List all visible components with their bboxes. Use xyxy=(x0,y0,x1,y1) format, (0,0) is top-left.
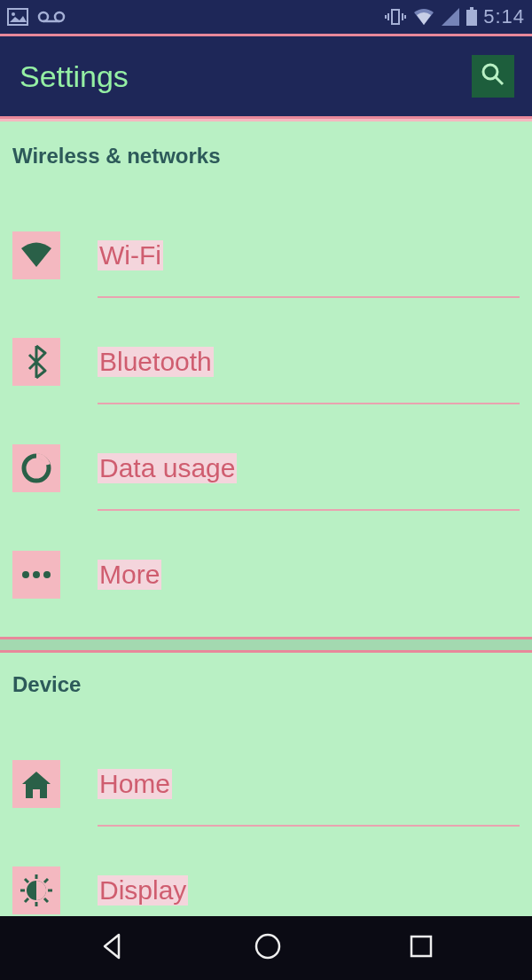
navigation-bar xyxy=(0,916,532,980)
wifi-icon xyxy=(12,231,60,279)
settings-item-label: Home xyxy=(98,769,172,799)
bluetooth-icon xyxy=(12,338,60,386)
status-left xyxy=(7,8,66,26)
svg-point-27 xyxy=(256,935,279,958)
settings-item-label: Wi-Fi xyxy=(98,240,163,270)
section-header-wireless: Wireless & networks xyxy=(0,119,532,184)
app-bar: Settings xyxy=(0,36,532,116)
svg-point-17 xyxy=(43,571,51,578)
svg-rect-10 xyxy=(470,7,473,10)
square-icon xyxy=(408,933,434,963)
settings-item-label: Data usage xyxy=(98,453,237,483)
search-button[interactable] xyxy=(472,55,514,98)
settings-list: Wireless & networks Wi-Fi Bluetooth Data… xyxy=(0,119,532,944)
divider xyxy=(98,509,520,511)
back-button[interactable] xyxy=(98,931,128,965)
divider xyxy=(98,403,520,404)
home-icon xyxy=(12,760,60,808)
svg-point-16 xyxy=(33,571,40,578)
recent-button[interactable] xyxy=(408,933,434,963)
svg-rect-5 xyxy=(392,10,399,24)
settings-item-wifi[interactable]: Wi-Fi xyxy=(0,202,532,309)
status-bar: 5:14 xyxy=(0,0,532,34)
picture-icon xyxy=(7,8,28,26)
divider xyxy=(98,296,520,298)
data-usage-icon xyxy=(12,444,60,492)
search-icon xyxy=(479,60,507,92)
settings-item-data-usage[interactable]: Data usage xyxy=(0,415,532,521)
settings-item-label: Display xyxy=(98,875,188,906)
settings-item-label: Bluetooth xyxy=(98,347,214,377)
voicemail-icon xyxy=(37,10,66,24)
svg-line-26 xyxy=(44,879,48,882)
home-button[interactable] xyxy=(253,931,283,965)
more-icon xyxy=(12,551,60,599)
circle-icon xyxy=(253,931,283,965)
svg-rect-0 xyxy=(8,9,27,25)
svg-line-23 xyxy=(25,879,28,882)
settings-item-label: More xyxy=(98,560,161,590)
svg-line-25 xyxy=(25,898,28,902)
svg-rect-28 xyxy=(411,937,431,956)
settings-item-home[interactable]: Home xyxy=(0,731,532,837)
settings-item-bluetooth[interactable]: Bluetooth xyxy=(0,309,532,415)
section-divider xyxy=(0,637,532,653)
svg-point-2 xyxy=(39,12,48,21)
svg-point-12 xyxy=(483,65,497,79)
vibrate-icon xyxy=(384,7,407,27)
cell-signal-icon xyxy=(441,7,460,27)
svg-point-1 xyxy=(12,12,15,16)
page-title: Settings xyxy=(20,59,129,94)
divider xyxy=(98,825,520,827)
svg-line-24 xyxy=(44,898,48,902)
battery-icon xyxy=(466,7,478,27)
svg-rect-11 xyxy=(466,10,477,26)
status-right: 5:14 xyxy=(384,5,525,28)
clock-time: 5:14 xyxy=(483,5,525,28)
settings-item-more[interactable]: More xyxy=(0,521,532,628)
section-header-device: Device xyxy=(0,653,532,713)
svg-line-13 xyxy=(496,77,503,84)
back-icon xyxy=(98,931,128,965)
svg-point-15 xyxy=(22,571,29,578)
display-icon xyxy=(12,866,60,914)
svg-point-3 xyxy=(55,12,64,21)
wifi-signal-icon xyxy=(412,7,435,27)
